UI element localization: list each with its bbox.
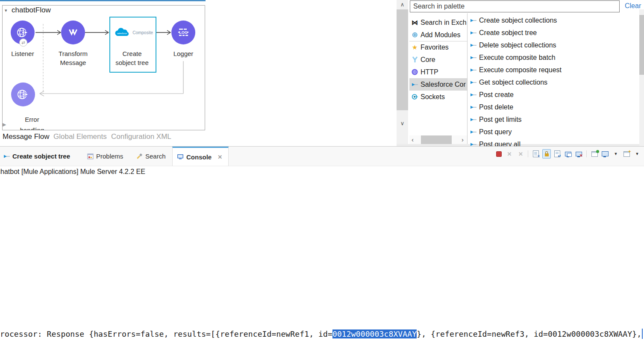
salesforce-operation-icon — [470, 56, 476, 60]
view-tab-search[interactable]: Search — [136, 147, 166, 166]
problems-icon — [87, 153, 94, 159]
new-console-dropdown-icon[interactable]: ▼ — [633, 150, 641, 158]
node-transform-message[interactable] — [61, 21, 85, 44]
view-tab-label: Problems — [96, 153, 123, 160]
logger-icon-text: LOG — [179, 30, 188, 35]
error-handling-expander-icon[interactable]: ▶ — [3, 122, 6, 127]
http-listener-globe-icon — [15, 87, 31, 102]
console-dropdown-icon[interactable]: ▼ — [612, 150, 620, 158]
salesforce-operation-icon — [470, 118, 476, 122]
operation-label: Execute composite batch — [479, 54, 556, 62]
operation-get-sobject-collections[interactable]: Get sobject collections — [468, 76, 639, 88]
salesforce-operation-icon — [470, 105, 476, 109]
console-toolbar: ✕ ✕ x ↵ ✕ ▼ ✦ ▼ — [494, 150, 644, 158]
listener-exchange-badge: ⇄ — [19, 38, 27, 47]
word-wrap-toggle[interactable]: ↵ — [553, 150, 562, 158]
badge-arrows-icon: ⇄ — [21, 40, 25, 45]
console-output-selection: 0012w000003c8XVAAY — [332, 329, 417, 338]
open-new-console-button[interactable]: ✦ — [622, 150, 631, 158]
operation-post-delete[interactable]: Post delete — [468, 101, 639, 113]
dataweave-icon — [67, 26, 79, 39]
canvas-vertical-scrollbar[interactable]: ∧ ∨ — [397, 0, 408, 146]
operation-label: Post create — [479, 91, 514, 99]
logger-icon: LOG — [176, 26, 190, 39]
remove-all-terminated-button[interactable]: ✕ — [516, 150, 524, 158]
scrollbar-thumb[interactable] — [639, 15, 644, 75]
operation-post-get-limits[interactable]: Post get limits — [468, 113, 639, 126]
http-listener-globe-icon — [15, 25, 30, 40]
scroll-up-icon[interactable]: ∧ — [397, 1, 408, 8]
operation-execute-composite-request[interactable]: Execute composite request — [468, 64, 639, 76]
operation-post-create[interactable]: Post create — [468, 88, 639, 101]
operation-label: Delete sobject collections — [479, 41, 556, 49]
palette-category-salesforce-composite[interactable]: Salesforce Cor — [409, 78, 467, 91]
scroll-lock-toggle[interactable] — [542, 150, 551, 158]
pin-console-button[interactable] — [590, 150, 599, 158]
salesforce-operation-icon — [411, 82, 418, 87]
show-console-on-stdout-toggle[interactable] — [564, 150, 572, 158]
sockets-icon — [411, 94, 418, 100]
view-tab-problems[interactable]: Problems — [87, 147, 123, 166]
salesforce-cloud-icon: salesforce — [113, 26, 132, 39]
view-tab-create-sobject-tree[interactable]: Create sobject tree — [3, 147, 70, 166]
operation-execute-composite-batch[interactable]: Execute composite batch — [468, 51, 639, 64]
operation-delete-sobject-collections[interactable]: Delete sobject collections — [468, 39, 639, 51]
category-label: Sockets — [421, 93, 445, 101]
category-label: Favorites — [421, 44, 449, 51]
operations-scrollbar[interactable] — [639, 9, 644, 147]
palette-panel-divider — [467, 13, 468, 144]
scroll-left-icon[interactable]: ‹ — [412, 136, 414, 143]
close-icon[interactable]: ✕ — [218, 154, 222, 160]
exchange-icon: ⋈ — [411, 19, 418, 26]
composite-label: Composite — [132, 30, 153, 35]
scroll-down-icon[interactable]: ∨ — [397, 120, 408, 126]
category-label: Add Modules — [421, 31, 460, 39]
node-label-create-sobject-tree: Create sobject tree — [114, 49, 150, 67]
view-tab-console[interactable]: Console ✕ — [172, 147, 229, 166]
operation-create-sobject-tree[interactable]: Create sobject tree — [468, 26, 639, 39]
salesforce-operation-icon — [470, 43, 476, 47]
core-icon — [411, 56, 418, 63]
toolbar-separator — [586, 150, 587, 157]
palette-category-favorites[interactable]: ★ Favorites — [409, 41, 467, 53]
palette-category-sockets[interactable]: Sockets — [409, 91, 467, 103]
operation-create-sobject-collections[interactable]: Create sobject collections — [468, 14, 639, 26]
category-label: Core — [421, 56, 435, 64]
text-caret — [642, 329, 643, 339]
palette-horizontal-scrollbar[interactable]: ‹ › — [409, 135, 467, 144]
scrollbar-thumb[interactable] — [397, 9, 408, 110]
operation-post-query[interactable]: Post query — [468, 126, 639, 138]
category-label: Search in Exch — [421, 19, 467, 26]
category-label: Salesforce Cor — [421, 81, 466, 88]
display-selected-console-button[interactable] — [601, 150, 609, 158]
node-create-sobject-tree[interactable]: salesforce Composite — [113, 26, 153, 39]
palette-category-core[interactable]: Core — [409, 53, 467, 66]
flow-canvas: ▾ chatbotFlow — [2, 5, 205, 130]
palette-search-input[interactable] — [410, 0, 620, 12]
palette-category-add-modules[interactable]: ⊕ Add Modules — [409, 29, 467, 41]
terminate-button[interactable] — [494, 150, 503, 158]
scrollbar-thumb[interactable] — [421, 135, 452, 144]
category-label: HTTP — [421, 68, 438, 76]
salesforce-operation-icon — [470, 93, 476, 97]
operation-label: Create sobject tree — [479, 29, 537, 37]
salesforce-operation-icon — [470, 142, 476, 147]
tab-configuration-xml[interactable]: Configuration XML — [111, 132, 171, 141]
tab-message-flow[interactable]: Message Flow — [3, 132, 50, 141]
view-tab-label: Search — [145, 153, 166, 160]
node-label-transform-message: Transform Message — [52, 49, 94, 67]
anypoint-studio-window: ▾ chatbotFlow — [0, 0, 644, 344]
console-output-line: rocessor: Response {hasErrors=false, res… — [0, 329, 641, 338]
remove-launch-button[interactable]: ✕ — [505, 150, 514, 158]
console-icon — [177, 154, 184, 160]
show-console-on-stderr-toggle[interactable]: ✕ — [574, 150, 583, 158]
palette-clear-link[interactable]: Clear — [625, 2, 641, 10]
tab-global-elements[interactable]: Global Elements — [53, 132, 107, 141]
node-logger[interactable]: LOG — [171, 21, 195, 44]
palette-category-http[interactable]: HTTP — [409, 66, 467, 78]
scroll-right-icon[interactable]: › — [462, 136, 464, 143]
clear-console-button[interactable]: x — [532, 150, 540, 158]
palette-category-search-in-exchange[interactable]: ⋈ Search in Exch — [409, 16, 467, 29]
node-listener-response[interactable] — [11, 82, 35, 106]
editor-selection-border — [0, 0, 206, 1]
